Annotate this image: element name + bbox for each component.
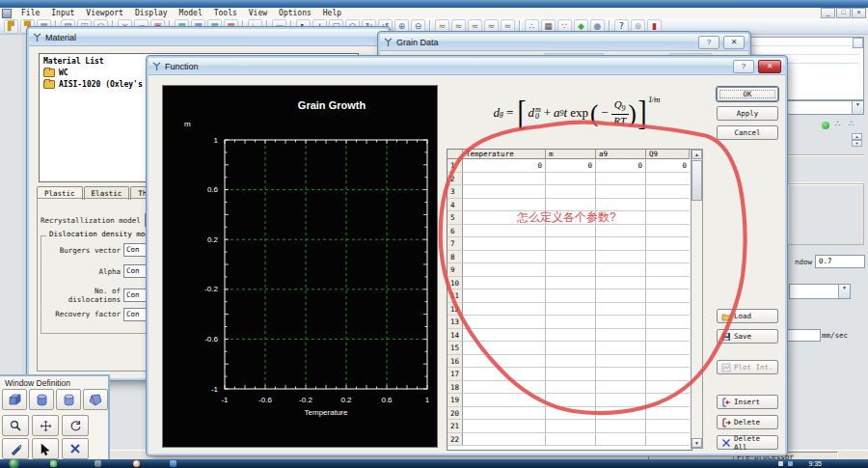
tray-icon-2[interactable] [788,461,793,466]
table-cell[interactable] [646,303,690,317]
table-cell[interactable] [646,316,690,329]
table-cell[interactable] [546,394,596,407]
cylinder-view-button[interactable] [29,389,54,410]
table-cell[interactable]: 0 [463,159,546,173]
chevron-down-icon[interactable] [852,101,863,114]
method-dropdown[interactable] [789,284,851,299]
table-cell[interactable] [596,368,646,381]
polyhedron-view-button[interactable] [83,389,108,410]
menu-view[interactable]: View [243,9,273,17]
cube-view-button[interactable] [2,389,27,410]
menu-file[interactable]: File [15,9,45,17]
grain-data-titlebar[interactable]: Grain Data ? ✕ [380,34,748,51]
table-cell[interactable] [596,342,646,355]
menu-model[interactable]: Model [174,9,208,17]
table-cell[interactable] [546,263,596,277]
restore-button[interactable]: □ [836,8,851,18]
zoom-button[interactable] [2,415,29,436]
table-cell[interactable] [546,251,596,264]
grain-data-table[interactable]: Temperaturema9Q9100002345678910111213141… [447,149,692,451]
table-cell[interactable] [596,407,646,421]
table-cell[interactable] [463,289,546,303]
table-cell[interactable] [596,173,646,186]
insert-button[interactable]: Insert [717,395,778,409]
table-cell[interactable] [463,407,546,421]
pan-button[interactable] [32,415,59,436]
close-button[interactable]: × [852,8,866,18]
table-cell[interactable] [596,277,646,290]
table-cell[interactable] [546,211,596,225]
table-cell[interactable] [646,394,690,407]
help-button[interactable]: ? [733,60,754,73]
table-cell[interactable] [546,277,596,290]
table-cell[interactable] [596,355,646,369]
table-cell[interactable] [546,355,596,369]
table-cell[interactable] [596,394,646,407]
table-cell[interactable] [646,199,690,212]
taskbar-app2-icon[interactable] [95,460,101,467]
help-button[interactable]: ? [698,36,719,49]
table-cell[interactable] [646,185,690,199]
scrollbar-thumb[interactable] [692,160,702,201]
menu-options[interactable]: Options [273,9,317,17]
table-cell[interactable] [596,251,646,264]
table-cell[interactable] [463,173,546,186]
table-cell[interactable] [546,381,596,395]
table-cell[interactable] [546,303,596,317]
table-cell[interactable] [463,394,546,407]
pick-button[interactable] [2,438,29,459]
table-cell[interactable] [546,407,596,421]
table-cell[interactable] [463,211,546,225]
taskbar-app1-icon[interactable] [50,460,57,467]
table-cell[interactable] [596,420,646,433]
table-cell[interactable] [546,433,596,447]
table-cell[interactable] [463,237,546,251]
table-cell[interactable] [463,185,546,199]
table-cell[interactable] [463,263,546,277]
chevron-down-icon[interactable] [838,285,850,298]
delete-button[interactable]: Delete [717,415,778,429]
table-cell[interactable] [546,329,596,343]
table-cell[interactable] [646,237,690,251]
table-cell[interactable] [646,211,690,225]
table-cell[interactable] [596,329,646,343]
table-cell[interactable] [646,277,690,290]
table-cell[interactable] [463,381,546,395]
table-cell[interactable] [546,342,596,355]
table-cell[interactable] [463,277,546,290]
open-file-icon[interactable]: ▛ [4,19,18,34]
table-cell[interactable] [596,316,646,329]
table-cell[interactable]: 0 [596,159,646,173]
table-cell[interactable]: 0 [546,159,596,173]
ok-button[interactable]: OK [717,87,778,101]
table-cell[interactable] [646,420,690,433]
menu-display[interactable]: Display [129,9,174,17]
table-cell[interactable] [596,263,646,277]
table-cell[interactable] [646,289,690,303]
start-button[interactable] [10,459,18,468]
table-cell[interactable] [646,433,690,447]
load-button[interactable]: Load [717,309,778,323]
menu-viewport[interactable]: Viewport [80,9,129,17]
table-cell[interactable] [596,237,646,251]
plot-int-button[interactable]: Plot Int. [717,360,778,374]
menu-input[interactable]: Input [45,9,80,17]
table-cell[interactable] [463,316,546,329]
taskbar-app3-icon[interactable] [170,460,176,467]
table-cell[interactable] [546,237,596,251]
save-button[interactable]: Save [717,329,778,344]
scroll-down-icon[interactable]: ▼ [692,438,702,448]
table-cell[interactable] [546,420,596,433]
table-cell[interactable] [646,407,690,421]
apply-button[interactable]: Apply [717,106,778,121]
table-cell[interactable] [463,303,546,317]
table-cell[interactable] [596,381,646,395]
taskbar-browser-icon[interactable] [133,460,140,467]
cylinder2-view-button[interactable] [56,389,81,410]
table-cell[interactable] [463,329,546,343]
table-cell[interactable] [646,263,690,277]
table-cell[interactable] [546,225,596,238]
table-cell[interactable] [546,173,596,186]
table-cell[interactable] [596,303,646,317]
table-cell[interactable] [463,433,546,447]
